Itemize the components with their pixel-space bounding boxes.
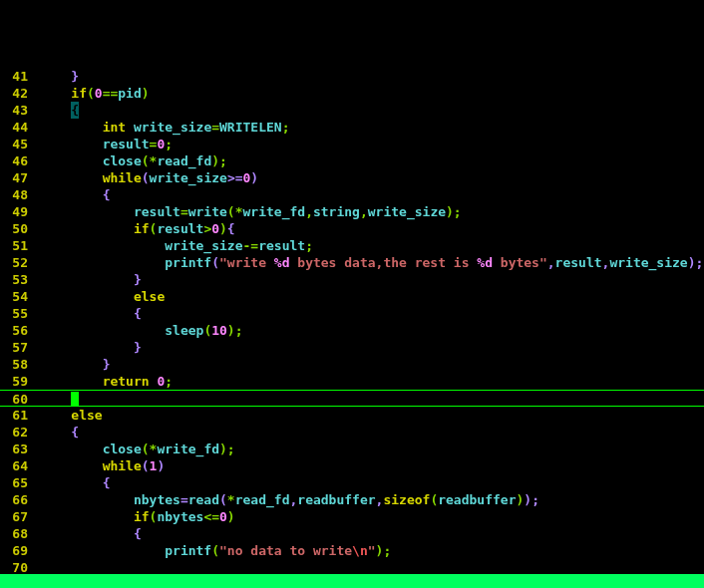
code-editor[interactable]: 41 }42 if(0==pid)43 {44 int write_size=W… — [0, 68, 704, 588]
code-content[interactable]: write_size-=result; — [32, 237, 313, 254]
code-content[interactable]: return 0; — [32, 373, 173, 390]
code-line[interactable]: 48 { — [0, 186, 704, 203]
line-number: 41 — [0, 68, 32, 85]
line-number: 65 — [0, 474, 32, 491]
code-content[interactable]: if(result>0){ — [32, 220, 235, 237]
code-line[interactable]: 55 { — [0, 305, 704, 322]
code-content[interactable]: { — [32, 186, 110, 203]
code-line[interactable]: 62 { — [0, 424, 704, 441]
line-number: 63 — [0, 441, 32, 457]
line-number: 62 — [0, 424, 32, 441]
code-line[interactable]: 58 } — [0, 356, 704, 373]
line-number: 48 — [0, 186, 32, 203]
code-line[interactable]: 44 int write_size=WRITELEN; — [0, 119, 704, 136]
code-line[interactable]: 65 { — [0, 474, 704, 491]
code-line[interactable]: 69 printf("no data to write\n"); — [0, 542, 704, 559]
code-content[interactable]: else — [32, 288, 165, 305]
code-content[interactable] — [32, 391, 79, 406]
line-number: 60 — [0, 391, 32, 406]
status-bar — [0, 574, 704, 588]
code-line[interactable]: 63 close(*write_fd); — [0, 441, 704, 457]
line-number: 58 — [0, 356, 32, 373]
code-line[interactable]: 47 while(write_size>=0) — [0, 169, 704, 186]
line-number: 49 — [0, 203, 32, 220]
code-content[interactable]: result=write(*write_fd,string,write_size… — [32, 203, 462, 220]
line-number: 43 — [0, 102, 32, 119]
code-content[interactable]: sleep(10); — [32, 322, 243, 339]
code-line[interactable]: 53 } — [0, 271, 704, 288]
code-content[interactable]: result=0; — [32, 136, 173, 152]
code-line[interactable]: 49 result=write(*write_fd,string,write_s… — [0, 203, 704, 220]
line-number: 66 — [0, 491, 32, 508]
code-content[interactable]: while(1) — [32, 457, 165, 474]
code-content[interactable]: close(*read_fd); — [32, 152, 227, 169]
code-content[interactable]: close(*write_fd); — [32, 441, 235, 457]
code-content[interactable]: } — [32, 356, 110, 373]
code-content[interactable]: { — [32, 525, 142, 542]
code-content[interactable]: } — [32, 68, 79, 85]
code-content[interactable]: while(write_size>=0) — [32, 169, 258, 186]
line-number: 57 — [0, 339, 32, 356]
code-line[interactable]: 64 while(1) — [0, 457, 704, 474]
code-line[interactable]: 54 else — [0, 288, 704, 305]
code-content[interactable]: { — [32, 474, 110, 491]
line-number: 50 — [0, 220, 32, 237]
code-line[interactable]: 56 sleep(10); — [0, 322, 704, 339]
line-number: 55 — [0, 305, 32, 322]
line-number: 67 — [0, 508, 32, 525]
line-number: 59 — [0, 373, 32, 390]
code-line[interactable]: 66 nbytes=read(*read_fd,readbuffer,sizeo… — [0, 491, 704, 508]
code-content[interactable]: } — [32, 339, 142, 356]
code-line[interactable]: 67 if(nbytes<=0) — [0, 508, 704, 525]
code-content[interactable]: { — [32, 305, 142, 322]
code-line[interactable]: 61 else — [0, 407, 704, 424]
line-number: 54 — [0, 288, 32, 305]
code-line[interactable]: 43 { — [0, 102, 704, 119]
line-number: 69 — [0, 542, 32, 559]
line-number: 47 — [0, 169, 32, 186]
code-line[interactable]: 50 if(result>0){ — [0, 220, 704, 237]
line-number: 64 — [0, 457, 32, 474]
code-line[interactable]: 59 return 0; — [0, 373, 704, 390]
code-line[interactable]: 41 } — [0, 68, 704, 85]
line-number: 52 — [0, 254, 32, 271]
code-line[interactable]: 42 if(0==pid) — [0, 85, 704, 102]
code-line[interactable]: 57 } — [0, 339, 704, 356]
line-number: 53 — [0, 271, 32, 288]
code-line[interactable]: 51 write_size-=result; — [0, 237, 704, 254]
line-number: 44 — [0, 119, 32, 136]
code-content[interactable]: else — [32, 407, 103, 424]
code-content[interactable]: { — [32, 424, 79, 441]
code-content[interactable]: printf("write %d bytes data,the rest is … — [32, 254, 703, 271]
code-content[interactable]: { — [32, 102, 79, 119]
line-number: 46 — [0, 152, 32, 169]
code-content[interactable]: } — [32, 271, 142, 288]
code-content[interactable]: int write_size=WRITELEN; — [32, 119, 290, 136]
code-line[interactable]: 46 close(*read_fd); — [0, 152, 704, 169]
code-content[interactable]: printf("no data to write\n"); — [32, 542, 391, 559]
code-content[interactable]: if(nbytes<=0) — [32, 508, 235, 525]
code-line[interactable]: 60 — [0, 390, 704, 407]
line-number: 56 — [0, 322, 32, 339]
line-number: 42 — [0, 85, 32, 102]
code-content[interactable]: if(0==pid) — [32, 85, 150, 102]
code-line[interactable]: 52 printf("write %d bytes data,the rest … — [0, 254, 704, 271]
line-number: 61 — [0, 407, 32, 424]
line-number: 45 — [0, 136, 32, 152]
code-content[interactable]: nbytes=read(*read_fd,readbuffer,sizeof(r… — [32, 491, 539, 508]
line-number: 68 — [0, 525, 32, 542]
code-line[interactable]: 68 { — [0, 525, 704, 542]
line-number: 51 — [0, 237, 32, 254]
code-line[interactable]: 45 result=0; — [0, 136, 704, 152]
